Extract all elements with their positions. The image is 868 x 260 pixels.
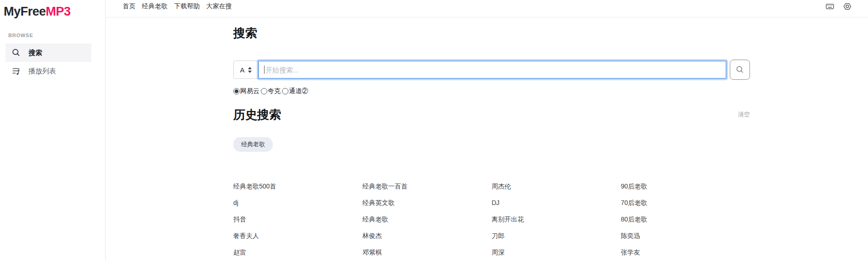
history-header: 历史搜索 清空 (233, 107, 750, 122)
hot-search-item[interactable]: 80后老歌 (621, 216, 750, 232)
sidebar-item-label: 播放列表 (28, 67, 56, 76)
sidebar-item-label: 搜索 (28, 49, 42, 57)
hot-search-item[interactable]: DJ (492, 199, 621, 216)
sidebar: MyFreeMP3 BROWSE 搜索 播放列表 (0, 0, 106, 260)
nav-link-classic-songs[interactable]: 经典老歌 (142, 2, 168, 11)
sidebar-section-label: BROWSE (8, 33, 105, 38)
search-submit-button[interactable] (730, 60, 750, 80)
nav-link-download-help[interactable]: 下载帮助 (174, 2, 200, 11)
hot-search-item[interactable]: 邓紫棋 (362, 249, 491, 260)
header-icons (825, 2, 852, 11)
hot-search-item[interactable]: 周深 (492, 249, 621, 260)
text-cursor (264, 66, 265, 74)
search-bar: A (233, 61, 750, 79)
logo-text-accent: MP3 (46, 5, 71, 18)
search-input-wrap (258, 61, 727, 79)
playlist-icon (11, 66, 21, 76)
hot-search-item[interactable]: 经典老歌 (362, 216, 491, 232)
radio-unchecked-icon (261, 88, 267, 94)
hot-search-item[interactable]: 经典老歌500首 (233, 183, 362, 199)
source-option-channel2[interactable]: 通道② (282, 87, 308, 95)
hot-search-item[interactable]: dj (233, 199, 362, 216)
top-header: 首页 经典老歌 下载帮助 大家在搜 (106, 0, 868, 17)
search-icon (735, 65, 744, 74)
history-tags: 经典老歌 (233, 137, 750, 152)
sidebar-item-search[interactable]: 搜索 (6, 44, 91, 62)
main-content: 搜索 A 网易云 夸克 通道 (233, 17, 750, 260)
hot-search-item[interactable]: 经典老歌一百首 (362, 183, 491, 199)
search-input[interactable] (258, 61, 727, 79)
hot-search-item[interactable]: 刀郎 (492, 232, 621, 249)
radio-unchecked-icon (282, 88, 288, 94)
nav-link-trending[interactable]: 大家在搜 (206, 2, 232, 11)
search-page-title: 搜索 (233, 26, 750, 40)
source-option-netease[interactable]: 网易云 (233, 87, 259, 95)
hot-search-item[interactable]: 90后老歌 (621, 183, 750, 199)
hot-search-item[interactable]: 陈奕迅 (621, 232, 750, 249)
source-option-quark[interactable]: 夸克 (261, 87, 281, 95)
hot-search-item[interactable]: 赵雷 (233, 249, 362, 260)
hot-search-item[interactable]: 林俊杰 (362, 232, 491, 249)
keyboard-icon[interactable] (825, 2, 834, 11)
clear-history-button[interactable]: 清空 (738, 111, 750, 119)
history-title: 历史搜索 (233, 107, 281, 122)
select-arrows-icon (248, 67, 252, 73)
hot-search-item[interactable]: 抖音 (233, 216, 362, 232)
sidebar-item-playlist[interactable]: 播放列表 (6, 62, 91, 80)
hot-search-item[interactable]: 离别开出花 (492, 216, 621, 232)
search-engine-selected-value: A (240, 66, 244, 74)
hot-search-grid: 经典老歌500首 经典老歌一百首 周杰伦 90后老歌 dj 经典英文歌 DJ 7… (233, 183, 750, 260)
hot-search-item[interactable]: 奢香夫人 (233, 232, 362, 249)
source-option-label: 夸克 (268, 87, 281, 95)
hot-search-item[interactable]: 张学友 (621, 249, 750, 260)
search-source-options: 网易云 夸克 通道② (233, 87, 750, 95)
logo-text-primary: MyFree (4, 5, 46, 18)
search-icon (11, 48, 21, 58)
hot-search-item[interactable]: 70后老歌 (621, 199, 750, 216)
source-option-label: 通道② (289, 87, 308, 95)
history-tag[interactable]: 经典老歌 (233, 137, 273, 152)
hot-search-item[interactable]: 周杰伦 (492, 183, 621, 199)
app-logo[interactable]: MyFreeMP3 (0, 0, 105, 19)
top-nav: 首页 经典老歌 下载帮助 大家在搜 (123, 2, 232, 11)
settings-icon[interactable] (843, 2, 852, 11)
nav-link-home[interactable]: 首页 (123, 2, 135, 11)
search-engine-select[interactable]: A (233, 61, 258, 79)
radio-checked-icon (233, 88, 240, 94)
hot-search-item[interactable]: 经典英文歌 (362, 199, 491, 216)
source-option-label: 网易云 (240, 87, 259, 95)
